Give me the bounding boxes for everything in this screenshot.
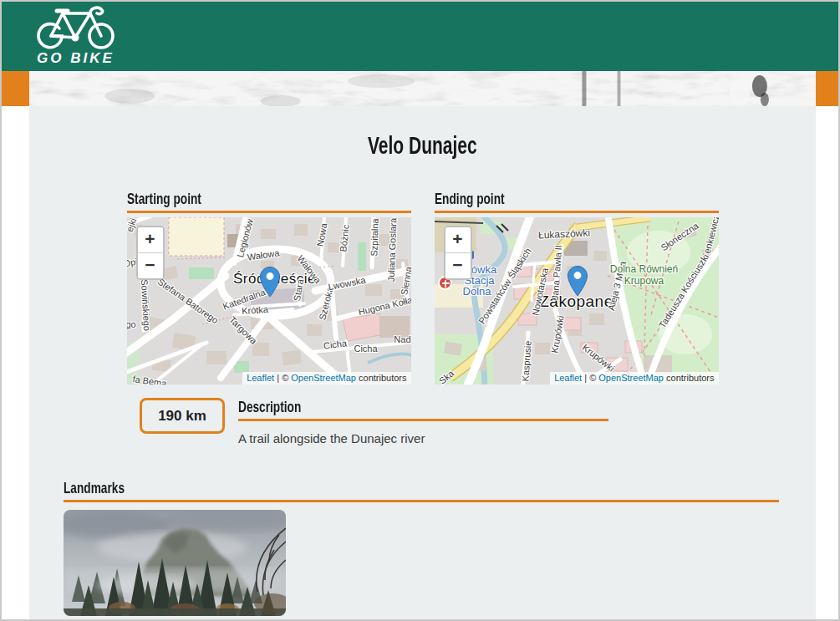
map-label: Cicha <box>354 344 377 354</box>
zoom-control: + − <box>444 226 472 280</box>
gobike-logo[interactable]: GO BIKE <box>35 6 119 67</box>
map-label: Krótka <box>241 304 268 316</box>
map-attribution: Leaflet | © OpenStreetMap contributors <box>242 372 410 384</box>
map-label: Krupowa <box>624 275 664 287</box>
starting-point-heading-wrap: Starting point <box>127 190 411 213</box>
ending-point-heading: Ending point <box>435 190 505 208</box>
orange-accent-left <box>2 71 29 106</box>
page-title: Velo Dunajec <box>29 131 816 160</box>
banner-row <box>2 71 838 106</box>
attr-contributors: contributors <box>356 373 407 383</box>
end-marker-icon[interactable] <box>568 266 588 297</box>
app-window: GO BIKE <box>0 0 840 621</box>
gobike-bicycle-icon <box>35 6 119 49</box>
description-column: Description A trail alongside the Dunaje… <box>238 398 608 445</box>
starting-point-column: Starting point <box>127 190 411 384</box>
zoom-out-button[interactable]: − <box>138 253 163 278</box>
info-row: 190 km Description A trail alongside the… <box>140 398 816 445</box>
osm-link[interactable]: OpenStreetMap <box>291 373 356 383</box>
map-attribution: Leaflet | © OpenStreetMap contributors <box>550 372 718 384</box>
content-row: Velo Dunajec Starting point <box>2 106 838 619</box>
ending-point-column: Ending point <box>435 190 719 384</box>
attr-copyright: © <box>589 373 598 383</box>
map-label: Szpitalna <box>369 218 380 257</box>
leaflet-link[interactable]: Leaflet <box>247 373 274 383</box>
map-label: Nadb <box>394 334 410 344</box>
landmarks-heading-wrap: Landmarks <box>64 479 779 502</box>
start-marker-icon[interactable] <box>260 267 280 298</box>
description-heading: Description <box>238 398 301 416</box>
right-margin <box>816 106 838 619</box>
osm-link[interactable]: OpenStreetMap <box>598 373 664 383</box>
attr-separator: | <box>582 373 589 383</box>
ending-point-heading-wrap: Ending point <box>435 190 719 213</box>
starting-point-heading: Starting point <box>127 190 201 208</box>
map-label: go <box>127 319 136 329</box>
description-text: A trail alongside the Dunajec river <box>238 431 608 445</box>
maps-section: Starting point <box>127 190 719 384</box>
page-title-text: Velo Dunajec <box>368 131 477 160</box>
start-map-tiles <box>127 217 411 384</box>
attr-separator: | <box>274 373 282 383</box>
header: GO BIKE <box>2 2 838 71</box>
attr-copyright: © <box>282 373 291 383</box>
zoom-in-button[interactable]: + <box>138 227 163 253</box>
starting-point-map[interactable]: + − Leaflet | © OpenStreetMap contributo… <box>127 217 411 384</box>
map-label: Dolna Równień <box>610 263 678 275</box>
distance-badge: 190 km <box>140 398 225 434</box>
zoom-control: + − <box>136 226 165 280</box>
left-margin <box>2 106 29 619</box>
description-heading-wrap: Description <box>238 398 608 421</box>
landmark-photo[interactable] <box>64 510 286 616</box>
brand-text: GO BIKE <box>37 50 115 67</box>
ending-point-map[interactable]: + − Leaflet | © OpenStreetMap contributo… <box>435 217 719 384</box>
zoom-out-button[interactable]: − <box>445 253 471 278</box>
landmarks-heading: Landmarks <box>64 479 125 497</box>
attr-contributors: contributors <box>664 373 715 383</box>
landmarks-section: Landmarks <box>64 479 779 616</box>
orange-accent-right <box>816 71 838 106</box>
route-card: Velo Dunajec Starting point <box>29 106 816 619</box>
map-label: Juliana Goslara <box>385 218 398 283</box>
map-label: Dolna <box>463 285 491 298</box>
banner-image <box>29 71 816 106</box>
zoom-in-button[interactable]: + <box>445 227 471 253</box>
leaflet-link[interactable]: Leaflet <box>554 373 582 383</box>
